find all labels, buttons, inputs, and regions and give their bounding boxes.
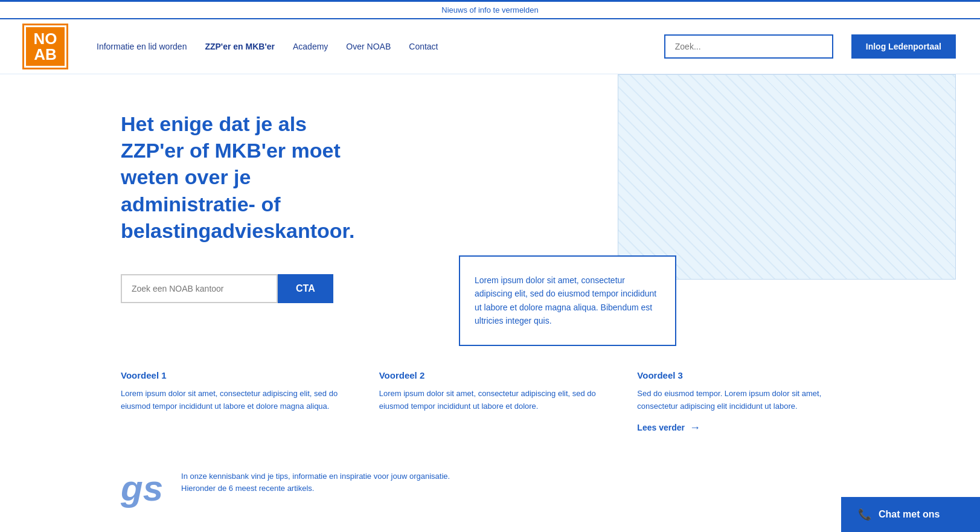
- nav-item-over-noab[interactable]: Over NOAB: [346, 42, 391, 51]
- top-banner-text: Nieuws of info te vermelden: [441, 5, 538, 14]
- nav-item-informatie[interactable]: Informatie en lid worden: [97, 42, 187, 51]
- lees-verder-label: Lees verder: [637, 423, 685, 432]
- lees-verder-link[interactable]: Lees verder →: [637, 421, 859, 434]
- benefit-2-text: Lorem ipsum dolor sit amet, consectetur …: [379, 388, 601, 413]
- nav-item-zzper[interactable]: ZZP'er en MKB'er: [205, 42, 275, 51]
- main-nav: Informatie en lid worden ZZP'er en MKB'e…: [97, 42, 646, 51]
- hero-right: Lorem ipsum dolor sit amet, consectetur …: [423, 111, 956, 310]
- arrow-icon: →: [690, 421, 700, 434]
- benefit-3-text: Sed do eiusmod tempor. Lorem ipsum dolor…: [637, 388, 859, 413]
- hero-search-input[interactable]: [121, 274, 278, 303]
- benefit-1-title: Voordeel 1: [121, 370, 343, 380]
- nav-item-academy[interactable]: Academy: [293, 42, 328, 51]
- login-button[interactable]: Inlog Ledenportaal: [851, 34, 956, 59]
- logo-line1: NO: [34, 31, 57, 46]
- header-search-input[interactable]: [664, 34, 833, 59]
- nav-item-contact[interactable]: Contact: [409, 42, 438, 51]
- chat-widget[interactable]: 📞 Chat met ons: [841, 497, 980, 519]
- hero-card: Lorem ipsum dolor sit amet, consectetur …: [459, 255, 676, 346]
- benefit-3-title: Voordeel 3: [637, 370, 859, 380]
- benefit-1: Voordeel 1 Lorem ipsum dolor sit amet, c…: [121, 370, 343, 434]
- benefit-2-title: Voordeel 2: [379, 370, 601, 380]
- hero-search-row: CTA: [121, 274, 374, 303]
- logo-line2: AB: [34, 46, 57, 62]
- top-banner: Nieuws of info te vermelden: [0, 2, 980, 19]
- chat-label: Chat met ons: [879, 509, 940, 519]
- hero-cta-button[interactable]: CTA: [278, 274, 333, 303]
- benefit-3: Voordeel 3 Sed do eiusmod tempor. Lorem …: [637, 370, 859, 434]
- hero-image: [618, 74, 956, 280]
- hero-section: Het enige dat je als ZZP'er of MKB'er mo…: [0, 74, 980, 334]
- hero-left: Het enige dat je als ZZP'er of MKB'er mo…: [121, 111, 399, 310]
- logo[interactable]: NO AB: [24, 25, 66, 68]
- benefit-2: Voordeel 2 Lorem ipsum dolor sit amet, c…: [379, 370, 601, 434]
- bottom-text: In onze kennisbank vind je tips, informa…: [181, 470, 483, 496]
- hero-card-text: Lorem ipsum dolor sit amet, consectetur …: [475, 274, 661, 328]
- benefit-1-text: Lorem ipsum dolor sit amet, consectetur …: [121, 388, 343, 413]
- bottom-icon: gs: [121, 470, 163, 507]
- benefits-section: Voordeel 1 Lorem ipsum dolor sit amet, c…: [0, 334, 980, 458]
- bottom-section: gs In onze kennisbank vind je tips, info…: [0, 458, 980, 519]
- header: NO AB Informatie en lid worden ZZP'er en…: [0, 19, 980, 74]
- phone-icon: 📞: [858, 508, 871, 519]
- hero-title: Het enige dat je als ZZP'er of MKB'er mo…: [121, 111, 374, 244]
